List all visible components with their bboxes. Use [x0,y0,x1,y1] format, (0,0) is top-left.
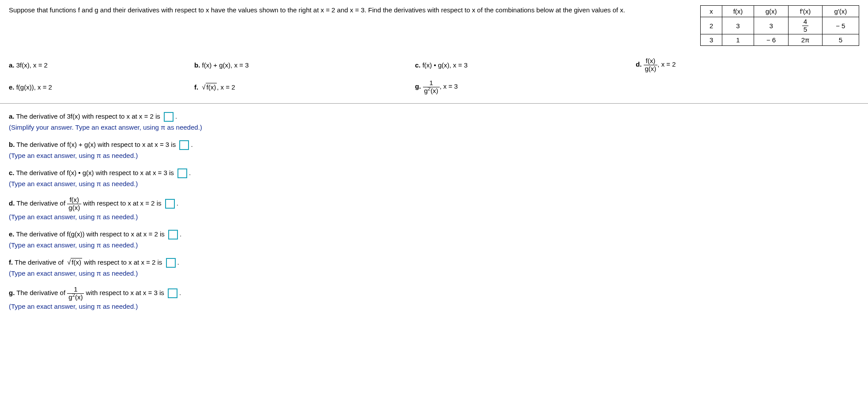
cell-fx-3: 1 [722,34,754,46]
hint-g: (Type an exact answer, using π as needed… [9,302,859,311]
hint-d: (Type an exact answer, using π as needed… [9,212,859,221]
table-row: 3 1 − 6 2π 5 [701,34,859,46]
answer-input-d[interactable] [165,199,175,209]
hint-a: (Simplify your answer. Type an exact ans… [9,123,859,132]
answer-e: e. The derivative of f(g(x)) with respec… [9,229,859,250]
hint-c: (Type an exact answer, using π as needed… [9,179,859,188]
problem-intro: Suppose that functions f and g and their… [9,5,691,15]
part-f: f. f(x), x = 2 [194,82,415,92]
answer-input-c[interactable] [177,168,187,178]
hint-b: (Type an exact answer, using π as needed… [9,151,859,160]
values-table: x f(x) g(x) f′(x) g′(x) 2 3 3 4 5 − 5 3 … [700,5,859,46]
answer-g: g. The derivative of 1g2(x) with respect… [9,286,859,311]
cell-x-3: 3 [701,34,722,46]
part-g: g. 1 g2(x) , x = 3 [415,79,636,94]
part-e: e. f(g(x)), x = 2 [9,82,194,92]
divider [0,103,868,104]
th-fx: f(x) [722,6,754,17]
cell-gpx-2: − 5 [822,17,859,34]
th-gx: g(x) [754,6,789,17]
part-c: c. f(x) • g(x), x = 3 [415,60,636,70]
part-b: b. f(x) + g(x), x = 3 [194,60,415,70]
answer-input-a[interactable] [164,112,174,122]
cell-gx-3: − 6 [754,34,789,46]
answer-c: c. The derivative of f(x) • g(x) with re… [9,168,859,188]
answer-b: b. The derivative of f(x) + g(x) with re… [9,140,859,160]
cell-x-2: 2 [701,17,722,34]
th-fpx: f′(x) [789,6,822,17]
cell-fpx-3: 2π [789,34,822,46]
answer-input-e[interactable] [168,230,178,239]
hint-e: (Type an exact answer, using π as needed… [9,240,859,250]
table-row: 2 3 3 4 5 − 5 [701,17,859,34]
cell-fpx-2: 4 5 [789,17,822,34]
th-gpx: g′(x) [822,6,859,17]
cell-gx-2: 3 [754,17,789,34]
fpx-2-num: 4 [802,18,808,26]
hint-f: (Type an exact answer, using π as needed… [9,269,859,278]
table-header-row: x f(x) g(x) f′(x) g′(x) [701,6,859,17]
answer-d: d. The derivative of f(x)g(x) with respe… [9,196,859,221]
part-a: a. 3f(x), x = 2 [9,60,194,70]
parts-grid: a. 3f(x), x = 2 b. f(x) + g(x), x = 3 c.… [9,57,859,94]
answer-input-f[interactable] [166,258,176,268]
answer-input-b[interactable] [179,140,189,150]
answer-input-g[interactable] [168,288,177,298]
answer-a: a. The derivative of 3f(x) with respect … [9,112,859,132]
fpx-2-den: 5 [802,26,808,34]
part-d: d. f(x)g(x), x = 2 [636,57,859,72]
cell-fx-2: 3 [722,17,754,34]
th-x: x [701,6,722,17]
cell-gpx-3: 5 [822,34,859,46]
answer-f: f. The derivative of f(x) with respect t… [9,258,859,278]
